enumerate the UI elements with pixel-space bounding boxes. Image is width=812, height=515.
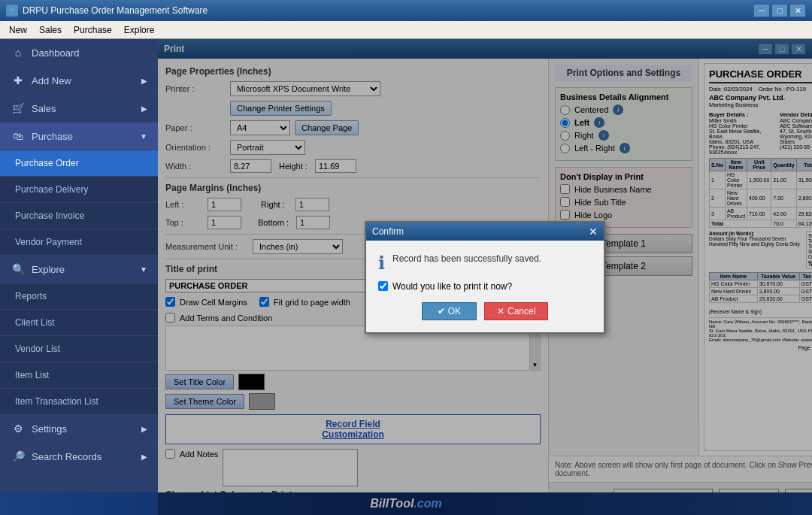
sidebar-item-settings[interactable]: ⚙ Settings ▶ [0, 415, 158, 443]
dialog-title-bar: Confirm ✕ [366, 223, 604, 241]
dialog-title: Confirm [372, 226, 404, 237]
sidebar-settings-label: Settings [32, 423, 67, 435]
ok-check-icon: ✔ [438, 306, 445, 317]
sidebar-sales-label: Sales [32, 103, 56, 114]
sidebar-explore-label: Explore [32, 264, 65, 275]
app-title: DRPU Purchase Order Management Software [23, 5, 208, 16]
cancel-x-icon: ✕ [497, 306, 504, 317]
search-arrow-icon: ▶ [141, 453, 147, 461]
search-records-icon: 🔎 [11, 450, 26, 462]
sidebar-item-client-list[interactable]: Client List [0, 310, 158, 336]
maximize-button[interactable]: □ [771, 4, 788, 17]
add-new-arrow-icon: ▶ [141, 77, 147, 85]
add-icon: ✚ [11, 74, 26, 86]
purchase-icon: 🛍 [11, 130, 26, 142]
sidebar-item-purchase-order[interactable]: Purchase Order [0, 150, 158, 177]
sidebar: ⌂ Dashboard ✚ Add New ▶ 🛒 Sales ▶ 🛍 Purc… [0, 39, 158, 515]
print-now-checkbox[interactable] [378, 281, 388, 291]
explore-submenu: Reports Client List Vendor List Item Lis… [0, 283, 158, 415]
sidebar-add-new-label: Add New [32, 75, 71, 86]
settings-arrow-icon: ▶ [141, 425, 147, 433]
explore-arrow-icon: ▼ [140, 265, 147, 274]
sidebar-purchase-label: Purchase [32, 131, 73, 142]
item-list-label: Item List [15, 370, 49, 380]
dialog-overlay: Confirm ✕ ℹ Record has been successfully… [158, 39, 812, 515]
sidebar-item-search-records[interactable]: 🔎 Search Records ▶ [0, 443, 158, 471]
menu-new[interactable]: New [3, 23, 33, 37]
dialog-ok-button[interactable]: ✔ OK [422, 302, 477, 320]
dialog-close-button[interactable]: ✕ [589, 226, 598, 238]
dialog-message-row: ℹ Record has been successfully saved. [378, 253, 592, 274]
sidebar-item-item-transaction[interactable]: Item Transaction List [0, 389, 158, 415]
client-list-label: Client List [15, 317, 55, 328]
sidebar-item-vendor-payment[interactable]: Vendor Payment [0, 229, 158, 256]
sidebar-item-sales[interactable]: 🛒 Sales ▶ [0, 95, 158, 123]
purchase-invoice-label: Purchase Invoice [15, 211, 84, 221]
dialog-message: Record has been successfully saved. [392, 253, 541, 265]
sidebar-item-purchase-invoice[interactable]: Purchase Invoice [0, 203, 158, 229]
sales-arrow-icon: ▶ [141, 105, 147, 113]
sidebar-item-vendor-list[interactable]: Vendor List [0, 336, 158, 362]
sales-icon: 🛒 [11, 102, 26, 114]
vendor-list-label: Vendor List [15, 344, 60, 354]
menu-explore[interactable]: Explore [118, 23, 161, 37]
sidebar-search-records-label: Search Records [32, 451, 102, 462]
sidebar-item-item-list[interactable]: Item List [0, 362, 158, 389]
sidebar-item-purchase[interactable]: 🛍 Purchase ▼ [0, 123, 158, 150]
window-controls: ─ □ ✕ [753, 4, 806, 17]
title-bar: 🛒 DRPU Purchase Order Management Softwar… [6, 5, 208, 17]
item-transaction-label: Item Transaction List [15, 396, 98, 407]
sidebar-item-reports[interactable]: Reports [0, 283, 158, 310]
cancel-label: Cancel [508, 306, 535, 317]
explore-icon: 🔍 [11, 263, 26, 275]
dialog-buttons: ✔ OK ✕ Cancel [378, 302, 592, 320]
dialog-body: ℹ Record has been successfully saved. Wo… [366, 241, 604, 332]
sidebar-item-explore[interactable]: 🔍 Explore ▼ [0, 256, 158, 283]
close-button[interactable]: ✕ [789, 4, 806, 17]
home-icon: ⌂ [11, 47, 26, 59]
app-icon: 🛒 [6, 5, 18, 17]
dialog-info-icon: ℹ [378, 253, 385, 274]
purchase-delivery-label: Purchase Delivery [15, 184, 88, 195]
ok-label: OK [448, 306, 461, 317]
menu-sales[interactable]: Sales [33, 23, 68, 37]
settings-icon: ⚙ [11, 423, 26, 435]
sidebar-dashboard-label: Dashboard [32, 47, 80, 59]
sidebar-item-add-new[interactable]: ✚ Add New ▶ [0, 67, 158, 95]
menu-purchase[interactable]: Purchase [68, 23, 118, 37]
purchase-arrow-icon: ▼ [140, 132, 147, 141]
sidebar-item-dashboard[interactable]: ⌂ Dashboard [0, 39, 158, 67]
dialog-cancel-button[interactable]: ✕ Cancel [484, 302, 548, 320]
confirm-dialog: Confirm ✕ ℹ Record has been successfully… [365, 221, 605, 334]
vendor-payment-label: Vendor Payment [15, 237, 82, 247]
reports-label: Reports [15, 291, 47, 301]
purchase-submenu: Purchase Order Purchase Delivery Purchas… [0, 150, 158, 256]
purchase-order-label: Purchase Order [15, 158, 79, 168]
sidebar-item-purchase-delivery[interactable]: Purchase Delivery [0, 177, 158, 203]
print-now-label: Would you like to print it now? [392, 281, 512, 292]
dialog-checkbox-row: Would you like to print it now? [378, 281, 592, 292]
minimize-button[interactable]: ─ [753, 4, 770, 17]
